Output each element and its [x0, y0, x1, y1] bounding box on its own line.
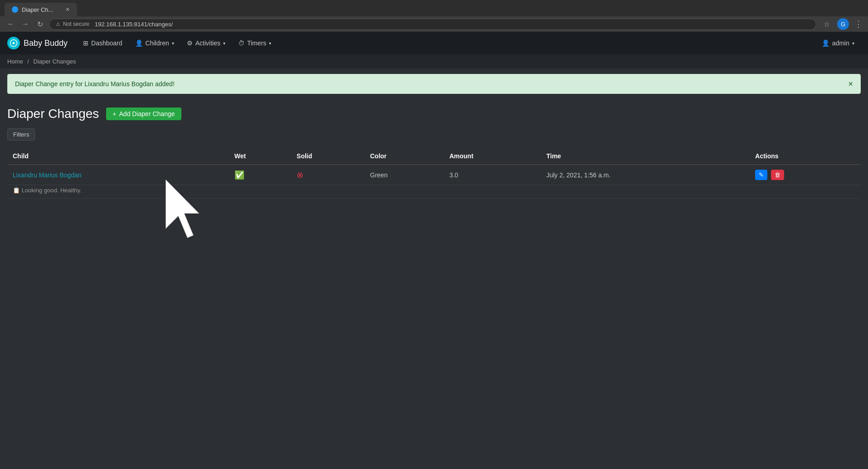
timers-dropdown-arrow: ▾	[269, 41, 271, 46]
nav-dashboard[interactable]: ⊞ Dashboard	[77, 32, 129, 54]
tab-close-button[interactable]: ✕	[65, 6, 70, 13]
col-solid: Solid	[291, 148, 365, 165]
cell-time: July 2, 2021, 1:56 a.m.	[541, 165, 750, 185]
children-label: Children	[146, 39, 169, 47]
table-header: Child Wet Solid Color Amount Time Action…	[7, 148, 861, 165]
solid-times-icon: ⊗	[297, 171, 303, 180]
tab-favicon	[12, 6, 18, 13]
browser-controls: ← → ↻ ⚠ Not secure 192.168.1.135:8141/ch…	[0, 16, 868, 32]
note-text: Looking good. Healthy.	[22, 187, 82, 194]
note-icon: 📋	[13, 187, 20, 194]
url-bar[interactable]: ⚠ Not secure 192.168.1.135:8141/changes/	[49, 19, 816, 30]
alert-close-button[interactable]: ×	[848, 80, 853, 88]
brand-name: Baby Buddy	[24, 39, 68, 48]
cell-actions: ✎ 🗑	[750, 165, 861, 185]
wet-check-icon: ✅	[234, 171, 244, 180]
page-header: Diaper Changes + Add Diaper Change	[7, 107, 861, 121]
browser-chrome: Diaper Ch... ✕ ← → ↻ ⚠ Not secure 192.16…	[0, 0, 868, 32]
table-row: Lixandru Marius Bogdan ✅ ⊗ Green 3.0 Jul…	[7, 165, 861, 185]
children-icon: 👤	[135, 39, 143, 47]
breadcrumb: Home / Diaper Changes	[0, 54, 868, 68]
delete-button[interactable]: 🗑	[771, 170, 784, 180]
nav-timers[interactable]: ⏱ Timers ▾	[232, 32, 278, 54]
profile-button[interactable]: G	[837, 18, 849, 30]
brand-link[interactable]: Baby Buddy	[7, 37, 68, 49]
cell-child: Lixandru Marius Bogdan	[7, 165, 229, 185]
url-text: 192.168.1.135:8141/changes/	[95, 21, 173, 28]
dashboard-label: Dashboard	[91, 39, 122, 47]
add-button-label: Add Diaper Change	[119, 110, 175, 117]
note-cell: 📋 Looking good. Healthy.	[7, 185, 861, 199]
dashboard-icon: ⊞	[83, 39, 88, 47]
activities-dropdown-arrow: ▾	[223, 41, 225, 46]
success-alert: Diaper Change entry for Lixandru Marius …	[7, 74, 861, 94]
add-diaper-change-button[interactable]: + Add Diaper Change	[106, 107, 181, 120]
add-icon: +	[112, 110, 116, 117]
action-buttons: ✎ 🗑	[755, 170, 855, 180]
table-body: Lixandru Marius Bogdan ✅ ⊗ Green 3.0 Jul…	[7, 165, 861, 199]
nav-activities[interactable]: ⚙ Activities ▾	[180, 32, 232, 54]
tab-title: Diaper Ch...	[22, 6, 53, 13]
cell-color: Green	[365, 165, 444, 185]
filters-label: Filters	[13, 131, 29, 138]
col-time: Time	[541, 148, 750, 165]
col-child: Child	[7, 148, 229, 165]
activities-label: Activities	[195, 39, 220, 47]
activities-icon: ⚙	[187, 39, 193, 47]
nav-children[interactable]: 👤 Children ▾	[129, 32, 180, 54]
timers-label: Timers	[247, 39, 266, 47]
note-row: 📋 Looking good. Healthy.	[7, 185, 861, 199]
col-color: Color	[365, 148, 444, 165]
col-wet: Wet	[229, 148, 291, 165]
user-dropdown-arrow: ▾	[852, 41, 854, 46]
page-title: Diaper Changes	[7, 107, 99, 121]
breadcrumb-home[interactable]: Home	[7, 58, 23, 65]
cell-wet: ✅	[229, 165, 291, 185]
children-dropdown-arrow: ▾	[172, 41, 174, 46]
browser-menu-button[interactable]: ⋮	[854, 19, 863, 29]
back-button[interactable]: ←	[5, 19, 16, 29]
forward-button[interactable]: →	[20, 19, 31, 29]
brand-logo	[7, 37, 20, 49]
cell-amount: 3.0	[444, 165, 541, 185]
cell-solid: ⊗	[291, 165, 365, 185]
breadcrumb-separator: /	[27, 58, 29, 65]
browser-tabs: Diaper Ch... ✕	[0, 0, 868, 16]
diaper-changes-table: Child Wet Solid Color Amount Time Action…	[7, 148, 861, 199]
reload-button[interactable]: ↻	[34, 19, 45, 29]
edit-button[interactable]: ✎	[755, 170, 767, 180]
bookmark-button[interactable]: ☆	[824, 20, 830, 29]
security-indicator: ⚠	[56, 21, 60, 27]
timers-icon: ⏱	[238, 39, 244, 47]
breadcrumb-current: Diaper Changes	[34, 58, 76, 65]
diaper-changes-table-container: Child Wet Solid Color Amount Time Action…	[7, 148, 861, 199]
user-label: admin	[832, 39, 849, 47]
app-navbar: Baby Buddy ⊞ Dashboard 👤 Children ▾ ⚙ Ac…	[0, 32, 868, 54]
browser-tab-active[interactable]: Diaper Ch... ✕	[5, 3, 77, 16]
not-secure-label: Not secure	[63, 21, 89, 27]
table-header-row: Child Wet Solid Color Amount Time Action…	[7, 148, 861, 165]
page-content: Diaper Changes + Add Diaper Change Filte…	[0, 99, 868, 206]
col-amount: Amount	[444, 148, 541, 165]
child-name-link[interactable]: Lixandru Marius Bogdan	[13, 171, 82, 179]
user-icon: 👤	[822, 39, 829, 47]
filters-button[interactable]: Filters	[7, 128, 35, 141]
alert-message: Diaper Change entry for Lixandru Marius …	[15, 80, 175, 88]
navbar-right: 👤 admin ▾	[815, 32, 861, 54]
col-actions: Actions	[750, 148, 861, 165]
user-menu[interactable]: 👤 admin ▾	[815, 32, 861, 54]
